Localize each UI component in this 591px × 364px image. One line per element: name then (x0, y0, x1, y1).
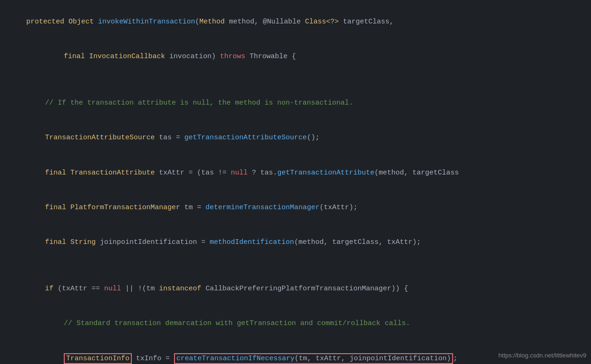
annotation-nullable: @Nullable (263, 18, 305, 26)
code-line-3: TransactionAttributeSource tas = getTran… (9, 121, 582, 156)
type-txinfo: TransactionInfo (66, 355, 129, 363)
fn-createTxIfNec: createTransactionIfNecessary (176, 355, 295, 363)
param-invocation: invocation) (169, 53, 220, 61)
type-object: Object (68, 18, 98, 26)
fn-methodident: methodIdentification (210, 238, 294, 246)
code-line-comment2: // Standard transaction demarcation with… (9, 307, 582, 341)
type-throwable: Throwable { (250, 53, 296, 61)
keyword-instanceof: instanceof (159, 285, 205, 293)
type-method: Method (199, 18, 229, 26)
highlight-createTxIfNec: createTransactionIfNecessary(tm, txAttr,… (174, 353, 453, 364)
keyword-final4: final (45, 238, 70, 246)
code-line-7: if (txAttr == null || !(tm instanceof Ca… (9, 272, 582, 306)
keyword-final: final (64, 53, 89, 61)
highlight-transactioninfo: TransactionInfo (64, 353, 132, 364)
watermark: https://blog.csdn.net/littlewhitev9 (499, 350, 586, 360)
call-tas: (); (307, 134, 319, 142)
code-line-empty2 (9, 260, 582, 272)
keyword-final2: final (45, 169, 70, 177)
args-joinpoint: (method, targetClass, txAttr); (294, 238, 421, 246)
operator-or: || !(tm (121, 285, 159, 293)
semicolon-txinfo: ; (453, 355, 457, 363)
keyword-throws: throws (220, 53, 250, 61)
comment-1: // If the transaction attribute is null,… (45, 99, 353, 107)
var-tm: tm = (184, 204, 205, 212)
paren-open: ( (195, 18, 199, 26)
code-line-empty1 (9, 75, 582, 86)
fn-getTransactionAttributeSource: getTransactionAttributeSource (184, 134, 307, 142)
keyword-if: if (45, 285, 58, 293)
args-1: (method, targetClass (374, 169, 459, 177)
type-tas: TransactionAttributeSource (45, 134, 159, 142)
code-line-comment1: // If the transaction attribute is null,… (9, 86, 582, 121)
type-invocationcallback: InvocationCallback (89, 53, 169, 61)
var-tas: tas = (159, 134, 184, 142)
type-txattr: TransactionAttribute (70, 169, 159, 177)
code-line-2: final InvocationCallback invocation) thr… (9, 39, 582, 74)
fn-determineTM: determineTransactionManager (205, 204, 319, 212)
param-method: method, (229, 18, 263, 26)
keyword-final3: final (45, 204, 70, 212)
fn-getTA: getTransactionAttribute (277, 169, 374, 177)
type-class: Class<?> (305, 18, 343, 26)
condition-if: (txAttr == (58, 285, 104, 293)
code-line-6: final String joinpointIdentification = m… (9, 225, 582, 260)
args-tm: (txAttr); (319, 204, 357, 212)
keyword-protected: protected (26, 18, 68, 26)
fn-invokeWithinTransaction: invokeWithinTransaction (98, 18, 195, 26)
code-container: protected Object invokeWithinTransaction… (0, 0, 591, 364)
code-line-4: final TransactionAttribute txAttr = (tas… (9, 156, 582, 190)
var-txattr: txAttr = (tas != (159, 169, 231, 177)
param-targetclass: targetClass, (343, 18, 394, 26)
args-createtx: (tm, txAttr, joinpointIdentification) (295, 355, 451, 363)
code-line-5: final PlatformTransactionManager tm = de… (9, 190, 582, 225)
null-1: null (231, 169, 248, 177)
ternary-1: ? tas. (248, 169, 277, 177)
type-cpptm: CallbackPreferringPlatformTransactionMan… (205, 285, 408, 293)
var-txinfo-decl: txInfo = (132, 355, 174, 363)
comment-2: // Standard transaction demarcation with… (64, 319, 410, 327)
code-line-1: protected Object invokeWithinTransaction… (9, 5, 582, 39)
null-2: null (104, 285, 121, 293)
type-string: String (70, 238, 100, 246)
type-ptm: PlatformTransactionManager (70, 204, 184, 212)
var-joinpoint: joinpointIdentification = (100, 238, 210, 246)
code-line-8: TransactionInfo txInfo = createTransacti… (9, 341, 582, 364)
